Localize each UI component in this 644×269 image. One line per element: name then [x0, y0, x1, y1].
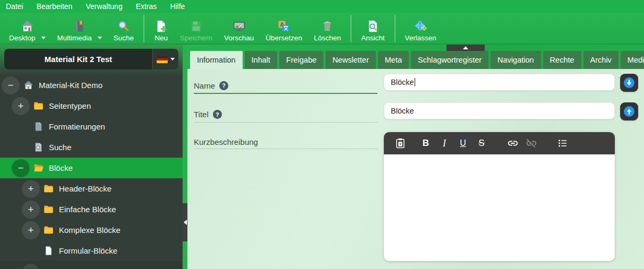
folder-open-icon — [33, 163, 44, 173]
plus-expander[interactable]: + — [22, 201, 40, 219]
name-input[interactable]: Blöcke — [384, 74, 615, 91]
toolbar-button-desktop[interactable]: Desktop — [3, 13, 51, 45]
home-small-icon — [23, 80, 33, 91]
toolbar-separator — [350, 15, 351, 42]
toolbar-button-label-row: Ansicht — [361, 34, 384, 42]
help-icon[interactable]: ? — [213, 110, 222, 119]
home-icon — [20, 20, 35, 33]
toolbar-button-multimedia[interactable]: Multimedia — [51, 13, 108, 45]
toolbar-button-vorschau[interactable]: Vorschau — [218, 13, 260, 45]
language-selector[interactable] — [152, 49, 178, 70]
bold-button[interactable]: B — [419, 136, 433, 150]
document-gray-icon — [33, 122, 44, 132]
toolbar-button-ubersetzen[interactable]: AÜbersetzen — [260, 13, 308, 45]
tree-item-header-blocke[interactable]: +Header-Blöcke — [0, 178, 183, 199]
toolbar-button-verlassen[interactable]: Verlassen — [399, 13, 442, 45]
sidebar-edge — [183, 45, 187, 269]
minus-expander[interactable]: − — [12, 159, 30, 177]
help-icon[interactable]: ? — [219, 81, 228, 90]
tree-indent-spacer — [12, 138, 30, 157]
main-area: Material Kit 2 Test −Material-Kit Demo+S… — [0, 45, 644, 269]
tree-item-suche[interactable]: Suche — [0, 137, 183, 158]
titel-input[interactable]: Blöcke — [384, 102, 615, 119]
toolbar-button-neu[interactable]: Neu — [148, 13, 174, 45]
toolbar-button-label-row: Löschen — [314, 34, 341, 42]
menu-item-bearbeiten[interactable]: Bearbeiten — [37, 0, 73, 13]
tree-item-label: Formatierungen — [49, 122, 105, 131]
site-title: Material Kit 2 Test — [4, 55, 152, 64]
tree-item-blocke[interactable]: −Blöcke — [0, 158, 183, 178]
titel-label: Titel ? — [194, 102, 377, 123]
translate-icon: A — [277, 20, 291, 33]
menu-item-verwaltung[interactable]: Verwaltung — [85, 0, 122, 13]
svg-text:T: T — [399, 142, 402, 146]
menu-item-datei[interactable]: Datei — [6, 0, 23, 13]
tab-archiv[interactable]: Archiv — [583, 51, 619, 69]
copy-down-button[interactable] — [620, 74, 638, 92]
plus-expander[interactable]: + — [12, 97, 30, 115]
strikethrough-button[interactable]: S — [475, 136, 488, 150]
toolbar-button-speichern: Speichern — [174, 13, 218, 45]
paste-icon: T — [394, 137, 406, 149]
folder-icon — [43, 204, 54, 215]
folder-icon — [33, 101, 44, 111]
new-document-icon — [154, 20, 168, 33]
plus-expander[interactable]: + — [22, 221, 40, 239]
sidebar-collapse-handle[interactable] — [183, 203, 187, 241]
link-icon — [507, 137, 519, 149]
tree-item-label: Blöcke — [49, 163, 73, 172]
underline-button[interactable]: U — [456, 136, 470, 150]
tree-item-komplexe-blocke[interactable]: +Komplexe Blöcke — [0, 220, 183, 240]
dropdown-caret-icon[interactable] — [41, 37, 46, 39]
tab-schlagwortregister[interactable]: Schlagwortregister — [411, 51, 488, 69]
italic-button[interactable]: I — [437, 136, 451, 150]
application-window: DateiBearbeitenVerwaltungExtrasHilfe Des… — [0, 0, 644, 269]
tab-meta[interactable]: Meta — [378, 51, 409, 69]
toolbar-button-label: Speichern — [180, 34, 212, 42]
trash-icon — [320, 20, 334, 33]
tree-item-seitentypen[interactable]: +Seitentypen — [0, 96, 183, 116]
toolbar-button-label-row: Multimedia — [57, 34, 102, 42]
document-blue-icon — [43, 246, 54, 256]
tab-information[interactable]: Information — [190, 51, 243, 69]
tree-item-formular-blocke[interactable]: Formular-Blöcke — [0, 240, 183, 261]
toolbar-button-loschen[interactable]: Löschen — [308, 13, 347, 45]
toolbar-collapse-handle[interactable] — [446, 45, 485, 51]
tab-inhalt[interactable]: Inhalt — [245, 51, 277, 69]
toolbar-button-label: Neu — [154, 34, 168, 42]
paste-button[interactable]: T — [393, 136, 407, 150]
toolbar-separator — [143, 15, 144, 42]
toolbar-button-suche[interactable]: Suche — [108, 13, 140, 45]
book-icon — [72, 20, 87, 33]
tree-indent-spacer — [22, 242, 40, 260]
tree-item-formatierungen[interactable]: Formatierungen — [0, 116, 183, 137]
dropdown-caret-icon[interactable] — [98, 37, 102, 39]
tab-navigation[interactable]: Navigation — [491, 51, 541, 69]
menu-item-hilfe[interactable]: Hilfe — [170, 0, 185, 13]
toolbar-button-label: Vorschau — [224, 34, 254, 42]
save-icon — [189, 20, 203, 33]
copy-up-button[interactable] — [620, 102, 638, 120]
toolbar-group: NeuSpeichernVorschauAÜbersetzenLöschen — [148, 13, 347, 45]
toolbar-group: DesktopMultimediaSuche — [3, 13, 140, 45]
tab-newsletter[interactable]: Newsletter — [325, 51, 376, 69]
richtext-content[interactable] — [384, 154, 615, 261]
menu-item-extras[interactable]: Extras — [136, 0, 157, 13]
bullet-list-button[interactable] — [556, 136, 570, 150]
toolbar-button-label: Verlassen — [405, 34, 436, 42]
toolbar-button-ansicht[interactable]: Ansicht — [355, 13, 390, 45]
site-selector[interactable]: Material Kit 2 Test — [4, 49, 178, 70]
tab-rechte[interactable]: Rechte — [543, 51, 581, 69]
tree-item-label: Header-Blöcke — [59, 184, 111, 193]
tree-item-label: Formular-Blöcke — [59, 246, 117, 255]
view-icon — [366, 20, 380, 33]
tab-media[interactable]: Media — [621, 51, 644, 69]
page-tree: −Material-Kit Demo+SeitentypenFormatieru… — [0, 75, 183, 261]
minus-expander[interactable]: − — [2, 76, 20, 94]
tree-item-material-kit-demo[interactable]: −Material-Kit Demo — [0, 75, 183, 96]
plus-expander[interactable]: + — [22, 180, 40, 198]
tab-freigabe[interactable]: Freigabe — [279, 51, 323, 69]
chevron-left-icon — [184, 220, 187, 225]
link-button[interactable] — [506, 136, 520, 150]
tree-item-einfache-blocke[interactable]: +Einfache Blöcke — [0, 199, 183, 220]
